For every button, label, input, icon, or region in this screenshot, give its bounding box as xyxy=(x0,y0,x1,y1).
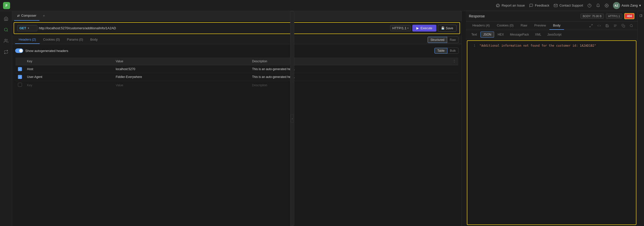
settings-icon-btn[interactable] xyxy=(604,3,609,8)
right-panel: Response BODY: 75.00 B HTTP/1.1 404 Head… xyxy=(466,11,637,226)
search-icon[interactable] xyxy=(628,23,634,29)
svg-point-12 xyxy=(630,24,632,26)
empty-key[interactable]: Key xyxy=(24,81,113,90)
protocol-label: HTTP/1.1 xyxy=(392,26,407,30)
composer-tabs-bar: ⇄ Composer + xyxy=(12,11,462,21)
empty-value[interactable]: Value xyxy=(113,81,250,90)
row1-key: Host xyxy=(24,65,113,73)
collapse-icon[interactable]: › xyxy=(290,115,294,123)
save-response-icon[interactable] xyxy=(604,23,610,29)
url-input[interactable] xyxy=(39,26,389,30)
structured-raw-toggle: Structured Raw xyxy=(427,37,459,43)
fmt-hex[interactable]: HEX xyxy=(495,32,506,37)
show-autogenerated-label: Show autogenerated headers xyxy=(25,49,68,53)
copy-icon[interactable] xyxy=(620,23,626,29)
bell-icon-btn[interactable] xyxy=(596,3,600,8)
user-profile[interactable]: AZ Assis Zang ▾ xyxy=(613,2,641,9)
fmt-messagepack[interactable]: MessagePack xyxy=(507,32,531,37)
wrap-icon[interactable] xyxy=(612,23,618,29)
top-nav: F Report an Issue Feedback Contact Suppo… xyxy=(0,0,644,11)
req-tab-params[interactable]: Params (0) xyxy=(63,36,87,44)
empty-description[interactable]: Description xyxy=(250,81,459,90)
fmt-javascript[interactable]: JavaScript xyxy=(545,32,564,37)
col-description: Description ⋮ xyxy=(250,58,459,65)
body-size-badge[interactable]: BODY: 75.00 B xyxy=(580,14,604,19)
resp-tab-headers[interactable]: Headers (4) xyxy=(469,21,493,30)
headers-content: Show autogenerated headers Table Bulk Ke… xyxy=(12,44,462,226)
contact-support-label: Contact Support xyxy=(559,4,583,7)
svg-rect-11 xyxy=(623,25,625,27)
row2-checkbox[interactable] xyxy=(15,73,25,81)
resp-tab-body[interactable]: Body xyxy=(549,21,564,30)
col-value: Value xyxy=(113,58,250,65)
method-dropdown[interactable]: GET ▾ xyxy=(17,25,37,31)
execute-button[interactable]: ▶ Execute xyxy=(412,25,436,32)
req-tab-body[interactable]: Body xyxy=(87,36,101,44)
autogenerated-toggle[interactable] xyxy=(15,48,23,53)
sidebar-home[interactable] xyxy=(2,14,11,23)
resp-tab-preview[interactable]: Preview xyxy=(531,21,549,30)
toggle-row: Show autogenerated headers xyxy=(15,48,68,53)
avatar: AZ xyxy=(613,2,620,9)
help-icon-btn[interactable] xyxy=(587,3,592,8)
svg-rect-14 xyxy=(640,15,642,17)
row1-checkbox[interactable] xyxy=(15,65,25,73)
req-tab-headers[interactable]: Headers (2) xyxy=(15,36,40,44)
status-404-badge: 404 xyxy=(624,13,634,19)
response-toolbar xyxy=(588,23,634,29)
method-chevron-icon: ▾ xyxy=(28,27,29,30)
email-icon xyxy=(553,3,558,8)
col-more-icon[interactable]: ⋮ xyxy=(453,60,456,63)
feedback-label: Feedback xyxy=(535,4,549,7)
url-bar: GET ▾ HTTP/1.1 ▾ ▶ Execute 💾 Save xyxy=(14,22,460,34)
composer-tab-icon: ⇄ xyxy=(17,14,20,17)
structured-view-btn[interactable]: Structured xyxy=(428,37,447,43)
sidebar-inspect[interactable] xyxy=(2,25,11,34)
svg-line-7 xyxy=(590,26,591,27)
empty-checkbox[interactable] xyxy=(15,81,25,90)
collapse-panel-btn[interactable]: › xyxy=(290,11,294,226)
add-tab-button[interactable]: + xyxy=(40,12,47,19)
user-dropdown-icon: ▾ xyxy=(639,4,641,7)
svg-line-6 xyxy=(591,24,592,25)
resp-tab-cookies[interactable]: Cookies (0) xyxy=(493,21,517,30)
sidebar-requests[interactable] xyxy=(2,47,11,56)
report-issue-link[interactable]: Report an Issue xyxy=(496,3,525,8)
protocol-dropdown[interactable]: HTTP/1.1 ▾ xyxy=(390,25,411,31)
response-body: 1 "Additional information not found for … xyxy=(467,40,636,225)
bulk-view-btn[interactable]: Bulk xyxy=(447,48,458,53)
fmt-json[interactable]: JSON xyxy=(480,32,494,38)
app-logo: F xyxy=(3,2,10,9)
github-icon xyxy=(496,3,500,8)
response-tabs: Headers (4) Cookies (0) Raw Preview Body xyxy=(466,21,637,30)
request-tabs: Headers (2) Cookies (0) Params (0) Body … xyxy=(12,36,462,44)
sidebar-right-collapse-icon[interactable] xyxy=(638,13,643,18)
row2-value: Fiddler-Everywhere xyxy=(113,73,250,81)
fmt-xml[interactable]: XML xyxy=(532,32,544,37)
left-panel: ⇄ Composer + GET ▾ HTTP/1.1 ▾ xyxy=(12,11,462,226)
save-button[interactable]: 💾 Save xyxy=(438,25,457,32)
req-tab-cookies[interactable]: Cookies (0) xyxy=(40,36,63,44)
col-checkbox xyxy=(15,58,25,65)
content-area: ⇄ Composer + GET ▾ HTTP/1.1 ▾ xyxy=(12,11,644,226)
far-right-panel xyxy=(637,11,644,226)
http-version-badge[interactable]: HTTP/1.1 xyxy=(606,14,622,19)
composer-tab[interactable]: ⇄ Composer xyxy=(14,11,39,21)
contact-support-link[interactable]: Contact Support xyxy=(553,3,583,8)
feedback-link[interactable]: Feedback xyxy=(529,3,549,8)
format-icon[interactable] xyxy=(596,23,602,29)
sidebar-collaborate[interactable] xyxy=(2,36,11,45)
save-floppy-icon: 💾 xyxy=(441,26,445,30)
user-name: Assis Zang xyxy=(622,4,638,7)
table-row: Host localhost:5270 This is an auto-gene… xyxy=(15,65,459,73)
collapse-expand-icon[interactable] xyxy=(588,23,594,29)
fmt-text[interactable]: Text xyxy=(469,32,479,37)
resp-tab-raw[interactable]: Raw xyxy=(517,21,531,30)
empty-table-row: Key Value Description xyxy=(15,81,459,90)
table-view-btn[interactable]: Table xyxy=(435,48,447,53)
code-line-1: 1 "Additional information not found for … xyxy=(469,43,634,48)
autogenerated-headers-row: Show autogenerated headers Table Bulk xyxy=(15,46,459,55)
main-layout: ⇄ Composer + GET ▾ HTTP/1.1 ▾ xyxy=(0,11,644,226)
svg-point-5 xyxy=(5,39,6,41)
raw-view-btn[interactable]: Raw xyxy=(447,37,458,43)
